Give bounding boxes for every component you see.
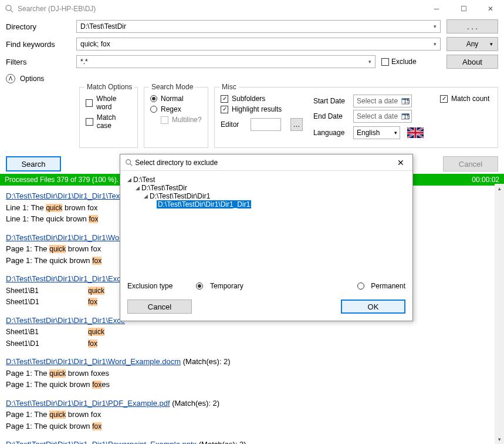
- status-text: Processed Files 379 of 379 (100 %).: [5, 176, 119, 184]
- match-case-checkbox[interactable]: [86, 118, 93, 126]
- directory-tree[interactable]: ◢D:\Test ◢D:\Test\TestDir ◢D:\Test\TestD…: [120, 171, 412, 277]
- tree-node[interactable]: D:\Test\TestDir\Dir1: [150, 192, 210, 200]
- editor-input[interactable]: [251, 118, 282, 131]
- whole-word-checkbox[interactable]: [86, 99, 93, 107]
- highlight: quick: [49, 411, 66, 419]
- highlight: quick: [88, 328, 104, 336]
- calendar-icon: 15: [401, 97, 410, 105]
- result-file-link[interactable]: D:\Test\TestDir\Dir1\Dir1_Dir1\Exce: [6, 316, 125, 325]
- dialog-close-button[interactable]: ✕: [394, 158, 408, 167]
- match-count-text: (Match(es): 2): [197, 440, 246, 444]
- result-line: Page 1: The quick brown foxes: [6, 379, 489, 391]
- elapsed-time: 00:00:02: [472, 176, 499, 184]
- maximize-button[interactable]: ☐: [450, 0, 477, 18]
- tree-expand-icon[interactable]: ◢: [126, 177, 132, 183]
- match-count-checkbox[interactable]: ✓: [440, 95, 448, 103]
- svg-text:15: 15: [404, 113, 410, 120]
- result-line: Page 1: The quick brown foxes: [6, 368, 489, 379]
- result-line: Page 1: The quick brown fox: [6, 421, 489, 432]
- window-title: Searcher (DJ-HP-EB\DJ): [18, 5, 423, 13]
- minimize-button[interactable]: ─: [423, 0, 450, 18]
- app-icon: [5, 4, 14, 14]
- scroll-up-icon[interactable]: ▴: [496, 185, 503, 192]
- search-button[interactable]: Search: [6, 156, 61, 171]
- dialog-titlebar: Select directory to exclude ✕: [120, 154, 412, 171]
- about-button[interactable]: About: [447, 55, 498, 69]
- close-button[interactable]: ✕: [477, 0, 504, 18]
- dialog-title: Select directory to exclude: [135, 159, 218, 167]
- chevron-down-icon: ▾: [434, 41, 437, 47]
- regex-radio[interactable]: [150, 106, 157, 113]
- cancel-button[interactable]: Cancel: [443, 156, 498, 171]
- keywords-input[interactable]: quick; fox ▾: [76, 38, 441, 51]
- result-block: D:\Test\TestDir\Dir1\Dir1_Dir1\Word_Exam…: [6, 356, 489, 391]
- chevron-down-icon: ▾: [434, 23, 437, 29]
- result-file-link[interactable]: D:\Test\TestDir\Dir1\Dir1_Dir1\Powerpoin…: [6, 440, 197, 444]
- svg-line-1: [11, 10, 13, 12]
- language-select[interactable]: English▾: [353, 126, 400, 139]
- tree-node[interactable]: D:\Test\TestDir: [141, 184, 187, 192]
- match-count-text: (Match(es): 2): [181, 357, 231, 366]
- calendar-icon: 15: [401, 112, 410, 120]
- highlight: fox: [92, 422, 102, 430]
- match-count-text: (Match(es): 2): [170, 399, 220, 408]
- result-file-link[interactable]: D:\Test\TestDir\Dir1\Dir1_Dir1\Text: [6, 191, 122, 200]
- keywords-label: Find keywords: [6, 40, 70, 49]
- highlight: quick: [46, 204, 62, 212]
- uk-flag-icon: [407, 127, 424, 138]
- search-mode-group: Search Mode Normal Regex Multiline?: [144, 87, 208, 148]
- result-line: Page 1: The quick brown fox: [6, 409, 489, 421]
- exclude-dialog: Select directory to exclude ✕ ◢D:\Test ◢…: [120, 154, 413, 321]
- multiline-checkbox: [161, 116, 168, 124]
- tree-expand-icon[interactable]: ◢: [143, 193, 148, 199]
- filters-input[interactable]: *.* ▾: [76, 55, 376, 68]
- chevron-down-icon: ▾: [368, 59, 371, 65]
- result-file-link[interactable]: D:\Test\TestDir\Dir1\Dir1_Dir1\Word_Exam…: [6, 357, 181, 366]
- chevron-down-icon: ▾: [490, 41, 493, 47]
- highlight: fox: [88, 298, 97, 306]
- keywords-value: quick; fox: [80, 40, 110, 48]
- subfolders-checkbox[interactable]: ✓: [221, 95, 228, 103]
- any-button[interactable]: Any▾: [447, 37, 498, 51]
- collapse-options-icon[interactable]: ᐱ: [6, 74, 15, 83]
- scroll-down-icon[interactable]: ▾: [496, 436, 503, 443]
- start-date-input[interactable]: Select a date 15: [353, 95, 412, 107]
- dialog-ok-button[interactable]: OK: [341, 300, 405, 314]
- result-file-link[interactable]: D:\Test\TestDir\Dir1\Dir1_Dir1\PDF_Examp…: [6, 399, 170, 408]
- result-file-link[interactable]: D:\Test\TestDir\Dir1\Dir1_Dir1\Wor: [6, 233, 122, 242]
- filters-label: Filters: [6, 58, 70, 66]
- options-label: Options: [20, 75, 44, 83]
- directory-value: D:\Test\TestDir: [80, 22, 126, 31]
- tree-node[interactable]: D:\Test: [133, 176, 155, 184]
- browse-directory-button[interactable]: . . .: [447, 19, 498, 33]
- misc-group: Misc ✓Subfolders ✓Highlight results Edit…: [214, 87, 498, 148]
- temporary-radio[interactable]: Temporary: [196, 281, 243, 290]
- filters-value: *.*: [80, 58, 88, 66]
- permanent-radio[interactable]: Permanent: [357, 281, 405, 290]
- directory-input[interactable]: D:\Test\TestDir ▾: [76, 20, 441, 33]
- exclusion-type-label: Exclusion type: [127, 282, 172, 290]
- highlight-checkbox[interactable]: ✓: [221, 106, 228, 113]
- scrollbar[interactable]: ▴ ▾: [495, 184, 504, 444]
- titlebar: Searcher (DJ-HP-EB\DJ) ─ ☐ ✕: [0, 0, 504, 18]
- result-block: D:\Test\TestDir\Dir1\Dir1_Dir1\PDF_Examp…: [6, 398, 489, 432]
- end-date-input[interactable]: Select a date 15: [353, 110, 412, 123]
- result-line: Sheet1\B1quick: [6, 326, 489, 338]
- checkbox-icon: [381, 58, 389, 66]
- highlight: fox: [89, 215, 98, 223]
- highlight: quick: [49, 369, 66, 378]
- normal-radio[interactable]: [150, 95, 157, 102]
- tree-expand-icon[interactable]: ◢: [134, 185, 140, 191]
- svg-point-0: [6, 5, 11, 11]
- tree-node-selected[interactable]: D:\Test\TestDir\Dir1\Dir1_Dir1: [157, 200, 251, 208]
- dialog-cancel-button[interactable]: Cancel: [127, 300, 192, 314]
- match-options-group: Match Options Whole word Match case: [79, 87, 138, 148]
- highlight: quick: [88, 287, 104, 295]
- directory-label: Directory: [6, 22, 70, 31]
- result-line: Sheet1\D1fox: [6, 338, 489, 349]
- highlight: fox: [92, 381, 102, 389]
- result-file-link[interactable]: D:\Test\TestDir\Dir1\Dir1_Dir1\Exce: [6, 274, 125, 283]
- highlight: quick: [49, 245, 66, 253]
- exclude-checkbox[interactable]: Exclude: [381, 58, 417, 66]
- editor-browse-button[interactable]: …: [290, 118, 303, 131]
